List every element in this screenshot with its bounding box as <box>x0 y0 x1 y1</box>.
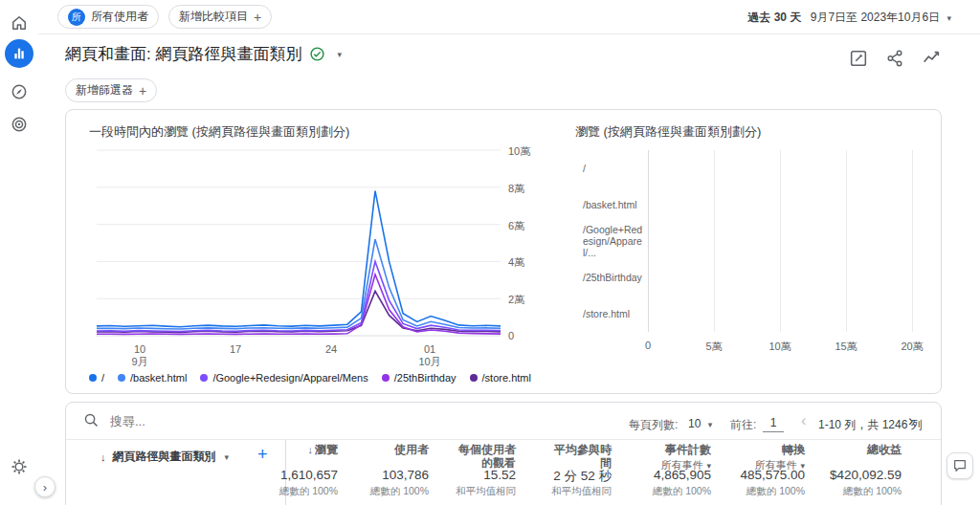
series-color-dot <box>200 374 208 382</box>
legend-item: /Google+Redesign/Apparel/Mens <box>200 372 368 384</box>
x-tick: 5萬 <box>693 340 735 354</box>
chevron-down-icon: ▾ <box>708 420 713 429</box>
reports-icon[interactable] <box>5 39 33 68</box>
legend-item: /store.html <box>470 372 531 384</box>
data-quality-check-icon[interactable] <box>309 46 325 62</box>
total-conversions: 485,575.00 <box>700 468 805 482</box>
chevron-down-icon[interactable]: ▾ <box>337 50 342 59</box>
date-range-text: 9月7日至 2023年10月6日 <box>811 11 940 24</box>
add-comparison-chip[interactable]: 新增比較項目 + <box>168 5 272 29</box>
sidebar-expand-button[interactable]: › <box>34 476 56 497</box>
page-title: 網頁和畫面: 網頁路徑與畫面類別 <box>65 43 301 65</box>
audience-badge: 所 <box>68 9 85 26</box>
total-event-count: 4,865,905 <box>606 468 711 482</box>
add-filter-chip[interactable]: 新增篩選器 + <box>65 78 157 102</box>
total-views-per-user: 15.52 <box>411 468 516 482</box>
legend-item: /basket.html <box>118 372 187 384</box>
add-icon: + <box>139 83 146 99</box>
x-tick: 17 <box>214 343 256 356</box>
goto-page-label: 前往: <box>730 417 756 433</box>
add-filter-label: 新增篩選器 <box>76 82 133 99</box>
views-line-chart <box>97 150 501 336</box>
total-avg-engagement-note: 和平均值相同 <box>506 485 612 498</box>
legend-item: /25thBirthday <box>382 372 457 384</box>
series-color-dot <box>89 374 97 382</box>
line-chart-y-axis: 10萬 8萬 6萬 4萬 2萬 0 <box>508 144 530 341</box>
column-header-total-revenue[interactable]: 總收益 <box>806 443 902 456</box>
column-header-conversions[interactable]: 轉換 <box>709 443 805 456</box>
divider <box>66 439 941 440</box>
add-icon: + <box>254 10 261 25</box>
chat-bubble-icon <box>952 458 968 473</box>
share-icon[interactable] <box>884 48 905 69</box>
legend-item: / <box>89 372 104 384</box>
sort-descending-icon: ↓ <box>308 444 314 455</box>
x-tick: 15萬 <box>825 340 867 354</box>
x-tick: 20萬 <box>891 340 933 354</box>
audience-chip[interactable]: 所 所有使用者 <box>57 5 159 29</box>
column-header-views-per-user[interactable]: 每個使用者的觀看 <box>457 443 516 470</box>
explore-icon[interactable] <box>8 80 31 103</box>
x-tick: 0 <box>627 340 669 351</box>
pagination-range: 1-10 列，共 1246 列 <box>818 417 923 433</box>
chevron-down-icon: ▾ <box>225 452 230 462</box>
series-color-dot <box>470 374 478 382</box>
x-tick: 24 <box>310 343 352 356</box>
column-header-event-count[interactable]: 事件計數 <box>615 443 711 456</box>
total-views-per-user-note: 和平均值相同 <box>411 485 516 498</box>
search-icon <box>83 412 100 431</box>
add-comparison-label: 新增比較項目 <box>179 9 248 25</box>
total-revenue-note: 總數的 100% <box>796 485 902 498</box>
total-revenue: $420,092.59 <box>796 468 902 482</box>
chevron-down-icon: ▾ <box>947 13 951 23</box>
rows-per-page-select[interactable]: 10 ▾ <box>688 417 712 430</box>
total-avg-engagement: 2 分 52 秒 <box>506 468 612 485</box>
home-icon[interactable] <box>8 11 31 34</box>
date-range-picker[interactable]: 過去 30 天 9月7日至 2023年10月6日 ▾ <box>747 10 951 26</box>
series-color-dot <box>118 374 125 382</box>
total-conversions-note: 總數的 100% <box>700 485 805 498</box>
line-chart-legend: / /basket.html /Google+Redesign/Apparel/… <box>89 372 531 384</box>
settings-gear-icon[interactable] <box>8 455 31 478</box>
total-views: 1,610,657 <box>233 468 338 482</box>
views-bar-chart <box>648 150 912 332</box>
dimension-column-header[interactable]: ↓ 網頁路徑與畫面類別 ▾ <box>100 449 229 465</box>
table-search-input[interactable] <box>108 410 357 431</box>
bar-chart-category-labels: / /basket.html /Google+Redesign/Apparel/… <box>583 150 644 332</box>
charts-card: 一段時間內的瀏覽 (按網頁路徑與畫面類別劃分) 10萬 8萬 6萬 4萬 2萬 … <box>65 109 942 394</box>
next-page-icon[interactable]: › <box>908 412 913 429</box>
column-header-avg-engagement[interactable]: 平均參與時間 <box>552 443 612 470</box>
insights-icon[interactable] <box>921 48 942 69</box>
feedback-button[interactable] <box>947 452 973 479</box>
bar-axis-line <box>648 150 649 332</box>
previous-page-icon[interactable]: ‹ <box>801 412 806 429</box>
chevron-right-icon: › <box>43 480 47 494</box>
series-color-dot <box>382 374 390 382</box>
sort-descending-icon: ↓ <box>100 451 106 463</box>
report-table-card: 每頁列數: 10 ▾ 前往: ‹ 1-10 列，共 1246 列 › ↓ 網頁路… <box>65 402 942 505</box>
date-range-preset: 過去 30 天 <box>747 11 801 24</box>
customize-report-icon[interactable] <box>848 48 869 69</box>
audience-chip-label: 所有使用者 <box>91 9 148 25</box>
topbar: 所 所有使用者 新增比較項目 + 過去 30 天 9月7日至 2023年10月6… <box>38 0 980 34</box>
x-tick: 10萬 <box>759 340 801 354</box>
x-tick: 109月 <box>119 343 161 368</box>
total-event-count-note: 總數的 100% <box>606 485 711 498</box>
column-header-views[interactable]: ↓瀏覽 <box>242 443 338 456</box>
x-tick: 0110月 <box>409 343 451 368</box>
rows-per-page-label: 每頁列數: <box>629 417 678 433</box>
column-header-users[interactable]: 使用者 <box>333 443 429 456</box>
total-views-note: 總數的 100% <box>233 485 338 498</box>
left-nav-sidebar <box>0 0 38 505</box>
line-chart-title: 一段時間內的瀏覽 (按網頁路徑與畫面類別劃分) <box>89 123 349 141</box>
bar-chart-title: 瀏覽 (按網頁路徑與畫面類別劃分) <box>575 123 761 141</box>
goto-page-input[interactable] <box>763 413 784 432</box>
advertising-icon[interactable] <box>8 113 31 136</box>
